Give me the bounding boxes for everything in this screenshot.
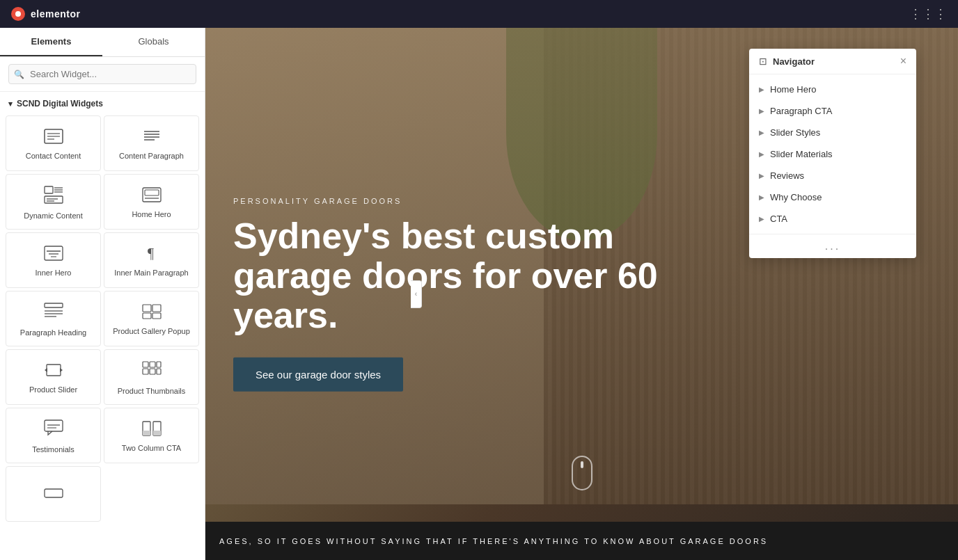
widget-two-column-cta[interactable]: Two Column CTA — [104, 408, 199, 463]
navigator-item-cta[interactable]: ▶ CTA — [749, 208, 916, 230]
nav-arrow-slider-styles: ▶ — [759, 129, 764, 136]
search-bar: 🔍 — [0, 57, 205, 92]
svg-rect-28 — [152, 305, 161, 312]
widget-dynamic-content-icon — [44, 186, 63, 207]
widget-product-gallery-popup-icon — [142, 304, 162, 322]
tab-globals[interactable]: Globals — [102, 28, 205, 56]
navigator-item-home-hero[interactable]: ▶ Home Hero — [749, 79, 916, 100]
svg-rect-8 — [45, 186, 53, 193]
svg-rect-36 — [150, 369, 155, 374]
svg-rect-16 — [145, 190, 159, 195]
widget-paragraph-heading-icon — [44, 303, 63, 323]
ticker-bar: AGES, SO IT GOES WITHOUT SAYING THAT IF … — [205, 522, 958, 560]
widget-inner-main-paragraph[interactable]: ¶ Inner Main Paragraph — [104, 232, 199, 288]
widget-dynamic-content-label: Dynamic Content — [24, 211, 82, 221]
search-wrapper: 🔍 — [8, 64, 196, 84]
widget-contact-content[interactable]: Contact Content — [6, 115, 101, 171]
widget-product-thumbnails[interactable]: Product Thumbnails — [104, 349, 199, 405]
svg-rect-38 — [45, 420, 63, 431]
navigator-item-why-choose-label: Why Choose — [770, 192, 822, 202]
navigator-item-paragraph-cta[interactable]: ▶ Paragraph CTA — [749, 100, 916, 122]
topbar: elementor ⋮⋮⋮ — [0, 0, 958, 28]
nav-arrow-reviews: ▶ — [759, 172, 764, 179]
widget-inner-main-paragraph-icon: ¶ — [142, 246, 162, 264]
tab-elements[interactable]: Elements — [0, 28, 102, 56]
svg-rect-35 — [143, 369, 148, 374]
svg-rect-27 — [143, 305, 151, 312]
widget-contact-content-label: Contact Content — [26, 151, 81, 161]
canvas-area: PERSONALITY GARAGE DOORS Sydney's best c… — [205, 28, 958, 560]
navigator-item-slider-materials-label: Slider Materials — [770, 149, 833, 159]
search-icon: 🔍 — [14, 70, 24, 79]
svg-rect-45 — [45, 489, 63, 497]
svg-rect-31 — [47, 365, 61, 376]
elementor-logo-icon — [11, 7, 25, 21]
ticker-text: AGES, SO IT GOES WITHOUT SAYING THAT IF … — [205, 537, 782, 545]
navigator-item-slider-styles[interactable]: ▶ Slider Styles — [749, 122, 916, 143]
widget-product-slider-icon — [44, 362, 63, 381]
widget-testimonials-label: Testimonials — [32, 445, 74, 454]
hero-cta-button[interactable]: See our garage door styles — [233, 358, 403, 392]
nav-arrow-slider-materials: ▶ — [759, 150, 764, 158]
widget-two-column-cta-label: Two Column CTA — [122, 443, 181, 453]
svg-rect-12 — [45, 196, 63, 203]
navigator-item-slider-materials[interactable]: ▶ Slider Materials — [749, 143, 916, 165]
grid-icon[interactable]: ⋮⋮⋮ — [909, 6, 947, 22]
sidebar: Elements Globals 🔍 SCND Digital Widgets — [0, 28, 205, 560]
nav-arrow-cta: ▶ — [759, 215, 764, 223]
hero-subtitle: PERSONALITY GARAGE DOORS — [233, 196, 686, 205]
svg-rect-29 — [143, 313, 151, 319]
navigator-item-home-hero-label: Home Hero — [770, 84, 816, 95]
navigator-title-area: ⊡ Navigator — [759, 56, 815, 67]
widget-paragraph-heading[interactable]: Paragraph Heading — [6, 291, 101, 346]
navigator-item-reviews[interactable]: ▶ Reviews — [749, 165, 916, 186]
navigator-item-slider-styles-label: Slider Styles — [770, 127, 820, 138]
svg-rect-30 — [152, 313, 161, 319]
widget-home-hero[interactable]: Home Hero — [104, 174, 199, 230]
svg-rect-23 — [45, 303, 63, 307]
widget-dynamic-content[interactable]: Dynamic Content — [6, 174, 101, 230]
widget-product-gallery-popup[interactable]: Product Gallery Popup — [104, 291, 199, 346]
widget-content-paragraph[interactable]: Content Paragraph — [104, 115, 199, 171]
hero-content: PERSONALITY GARAGE DOORS Sydney's best c… — [233, 196, 686, 392]
hero-title: Sydney's best custom garage doors for ov… — [233, 216, 686, 335]
navigator-item-reviews-label: Reviews — [770, 170, 804, 181]
widget-product-thumbnails-icon — [142, 361, 162, 382]
widget-inner-hero[interactable]: Inner Hero — [6, 232, 101, 288]
widget-home-hero-label: Home Hero — [132, 209, 171, 219]
widget-product-slider[interactable]: Product Slider — [6, 349, 101, 405]
topbar-logo: elementor — [11, 7, 80, 21]
scroll-dot — [581, 461, 583, 468]
widget-contact-content-icon — [44, 129, 63, 147]
widget-paragraph-heading-label: Paragraph Heading — [20, 328, 86, 337]
svg-rect-37 — [157, 369, 161, 374]
navigator-close-button[interactable]: × — [900, 56, 906, 67]
navigator-item-why-choose[interactable]: ▶ Why Choose — [749, 186, 916, 208]
navigator-item-cta-label: CTA — [770, 214, 787, 224]
section-header: SCND Digital Widgets — [0, 92, 205, 113]
nav-arrow-home-hero: ▶ — [759, 86, 764, 93]
svg-rect-33 — [150, 362, 155, 367]
widget-product-thumbnails-label: Product Thumbnails — [118, 386, 186, 396]
widgets-grid: Contact Content Content Paragraph — [0, 113, 205, 525]
widget-product-gallery-popup-label: Product Gallery Popup — [113, 326, 190, 336]
widget-two-column-cta-icon — [142, 421, 162, 439]
navigator-item-paragraph-cta-label: Paragraph CTA — [770, 106, 832, 116]
search-input[interactable] — [8, 64, 196, 84]
widget-content-paragraph-icon — [142, 129, 162, 147]
widget-extra[interactable] — [6, 466, 101, 522]
svg-rect-44 — [153, 431, 161, 435]
svg-rect-34 — [157, 362, 161, 367]
navigator-footer[interactable]: ... — [749, 234, 916, 258]
widget-inner-hero-label: Inner Hero — [36, 268, 72, 278]
navigator-title: Navigator — [773, 56, 815, 67]
widget-testimonials[interactable]: Testimonials — [6, 408, 101, 463]
widget-inner-hero-icon — [44, 246, 63, 264]
sidebar-tabs: Elements Globals — [0, 28, 205, 57]
navigator-items: ▶ Home Hero ▶ Paragraph CTA ▶ Slider Sty… — [749, 74, 916, 234]
sidebar-collapse-button[interactable]: ‹ — [411, 280, 422, 308]
svg-rect-42 — [143, 431, 150, 435]
svg-rect-18 — [45, 246, 63, 260]
nav-arrow-why-choose: ▶ — [759, 193, 764, 201]
widget-home-hero-icon — [142, 187, 162, 205]
